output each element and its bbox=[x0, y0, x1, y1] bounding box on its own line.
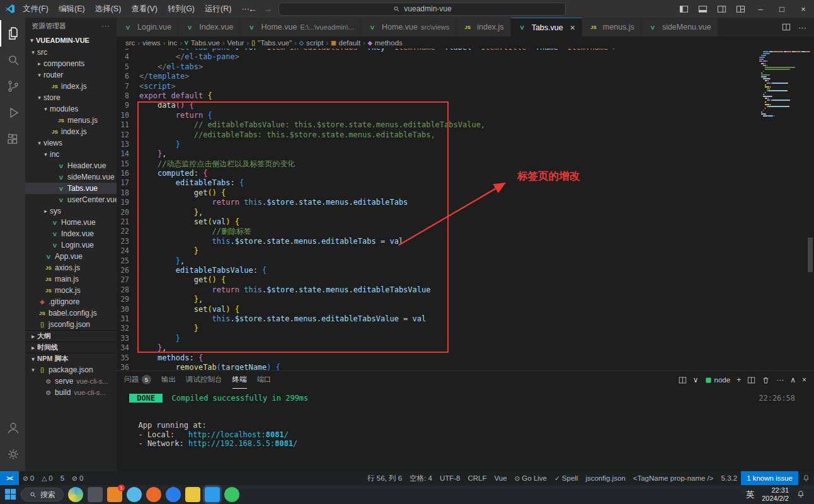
search-icon[interactable] bbox=[0, 47, 25, 73]
tree-item-userCenter.vue[interactable]: VuserCenter.vue bbox=[25, 194, 117, 205]
taskbar-app-app-badge-icon[interactable]: 1 bbox=[107, 487, 122, 502]
breadcrumb-item-methods[interactable]: methods bbox=[375, 39, 403, 47]
maximize-panel-icon[interactable]: ∧ bbox=[790, 375, 796, 384]
tab-Login.vue[interactable]: VLogin.vue bbox=[117, 18, 178, 37]
breadcrumb-item-script[interactable]: script bbox=[306, 39, 323, 47]
tree-item-build[interactable]: ⚙buildvue-cli-s... bbox=[25, 387, 117, 398]
tab-Tabs.vue[interactable]: VTabs.vue× bbox=[511, 18, 582, 37]
menu-文件(F)[interactable]: 文件(F) bbox=[18, 4, 54, 14]
toggle-sidebar-icon[interactable] bbox=[674, 0, 693, 18]
tab-Index.vue[interactable]: VIndex.vue bbox=[178, 18, 240, 37]
breadcrumb-item-views[interactable]: views bbox=[142, 39, 161, 47]
status-spell[interactable]: ✓Spell bbox=[551, 471, 582, 485]
breadcrumb-item-inc[interactable]: inc bbox=[168, 39, 177, 47]
close-panel-icon[interactable]: × bbox=[802, 375, 806, 384]
tree-item-views[interactable]: ▾views bbox=[25, 137, 117, 149]
tab-index.js[interactable]: JSindex.js bbox=[456, 18, 510, 37]
tree-item-main.js[interactable]: JSmain.js bbox=[25, 273, 117, 285]
tree-item-.gitignore[interactable]: ◆.gitignore bbox=[25, 296, 117, 307]
panel-tab-problems[interactable]: 问题5 bbox=[124, 371, 151, 389]
tree-item-App.vue[interactable]: VApp.vue bbox=[25, 251, 117, 262]
status-cursor-position[interactable]: 行 56, 列 6 bbox=[364, 471, 406, 485]
editor-more-actions[interactable]: ··· bbox=[798, 23, 806, 32]
status-go-live[interactable]: ⊙Go Live bbox=[511, 471, 551, 485]
taskbar-app-file-explorer-icon[interactable] bbox=[185, 487, 200, 502]
tree-item-sideMenu.vue[interactable]: VsideMenu.vue bbox=[25, 171, 117, 183]
status-template-interpolation[interactable]: <TagName prop-name /> bbox=[629, 471, 718, 485]
vertical-scrollbar[interactable] bbox=[806, 49, 814, 370]
status-eol[interactable]: CRLF bbox=[464, 471, 490, 485]
tree-item-Tabs.vue[interactable]: VTabs.vue bbox=[25, 183, 117, 194]
tree-item-sys[interactable]: ▸sys bbox=[25, 205, 117, 217]
tree-item-axios.js[interactable]: JSaxios.js bbox=[25, 262, 117, 273]
kill-terminal-icon[interactable] bbox=[762, 376, 770, 384]
explorer-icon[interactable] bbox=[0, 20, 25, 47]
status-errors[interactable]: ⊘0 bbox=[19, 471, 38, 485]
terminal-content[interactable]: DONE Compiled successfully in 299ms App … bbox=[117, 389, 814, 471]
tree-item-serve[interactable]: ⚙servevue-cli-s... bbox=[25, 375, 117, 387]
terminal-shell-node[interactable]: node bbox=[705, 376, 731, 384]
status-warnings[interactable]: △0 bbox=[38, 471, 56, 485]
status-encoding[interactable]: UTF-8 bbox=[436, 471, 464, 485]
tab-Home.vue[interactable]: VHome.vuesrc\views bbox=[361, 18, 456, 37]
scrollbar-thumb[interactable] bbox=[808, 238, 813, 272]
status-extra-count[interactable]: 5 bbox=[57, 471, 68, 485]
menu-运行(R)[interactable]: 运行(R) bbox=[200, 4, 236, 14]
status-jsconfig[interactable]: jsconfig.json bbox=[582, 471, 629, 485]
tree-item-router[interactable]: ▾router bbox=[25, 69, 117, 81]
panel-tab-debug-console[interactable]: 调试控制台 bbox=[186, 371, 222, 389]
settings-gear-icon[interactable] bbox=[0, 441, 25, 467]
tree-item-src[interactable]: ▾src bbox=[25, 47, 117, 58]
split-terminal-icon[interactable] bbox=[747, 376, 755, 384]
breadcrumb-item-Vetur[interactable]: Vetur bbox=[227, 39, 244, 47]
breadcrumb-item-"Tabs.vue"[interactable]: "Tabs.vue" bbox=[258, 39, 292, 47]
known-issue-badge[interactable]: 1 known issue bbox=[741, 471, 798, 485]
tree-item-jsconfig.json[interactable]: {}jsconfig.json bbox=[25, 319, 117, 330]
menu-转到(G)[interactable]: 转到(G) bbox=[163, 4, 200, 14]
run-debug-icon[interactable] bbox=[0, 100, 25, 126]
project-root-folder[interactable]: ▾ VUEADMIN-VUE bbox=[25, 34, 117, 47]
tree-item-inc[interactable]: ▾inc bbox=[25, 149, 117, 160]
tree-item-Index.vue[interactable]: VIndex.vue bbox=[25, 228, 117, 239]
tree-item-NPM 脚本[interactable]: ▾NPM 脚本 bbox=[25, 353, 117, 364]
taskbar-app-firefox-icon[interactable] bbox=[146, 487, 161, 502]
panel-more-actions[interactable]: ··· bbox=[776, 375, 784, 384]
tree-item-modules[interactable]: ▾modules bbox=[25, 103, 117, 115]
tree-item-时间线[interactable]: ▸时间线 bbox=[25, 341, 117, 353]
notifications-bell-icon[interactable] bbox=[798, 471, 814, 485]
panel-tab-ports[interactable]: 端口 bbox=[257, 371, 272, 389]
tab-sideMenu.vue[interactable]: VsideMenu.vue bbox=[641, 18, 718, 37]
new-terminal-icon[interactable]: + bbox=[737, 375, 741, 384]
tree-item-Login.vue[interactable]: VLogin.vue bbox=[25, 239, 117, 251]
tree-item-mock.js[interactable]: JSmock.js bbox=[25, 285, 117, 296]
tree-item-index.js[interactable]: JSindex.js bbox=[25, 81, 117, 92]
panel-tab-output[interactable]: 输出 bbox=[161, 371, 176, 389]
status-indentation[interactable]: 空格: 4 bbox=[406, 471, 436, 485]
customize-layout-icon[interactable] bbox=[731, 0, 750, 18]
panel-tab-terminal[interactable]: 终端 bbox=[232, 371, 247, 389]
breadcrumb-item-src[interactable]: src bbox=[125, 39, 135, 47]
status-language-mode[interactable]: Vue bbox=[491, 471, 511, 485]
tree-item-package.json[interactable]: ▾{}package.json bbox=[25, 364, 117, 375]
breadcrumb-item-Tabs.vue[interactable]: Tabs.vue bbox=[191, 39, 220, 47]
split-editor-icon[interactable] bbox=[782, 23, 791, 32]
forward-icon[interactable]: → bbox=[263, 4, 272, 14]
maximize-button[interactable]: □ bbox=[771, 0, 793, 18]
taskbar-app-notepad-icon[interactable] bbox=[88, 487, 103, 502]
tab-menus.js[interactable]: JSmenus.js bbox=[582, 18, 641, 37]
close-tab-icon[interactable]: × bbox=[570, 23, 575, 33]
menu-选择(S)[interactable]: 选择(S) bbox=[90, 4, 127, 14]
remote-indicator[interactable]: >< bbox=[0, 471, 19, 485]
tree-item-store[interactable]: ▾store bbox=[25, 92, 117, 103]
back-icon[interactable]: ← bbox=[248, 4, 257, 14]
tree-item-Home.vue[interactable]: VHome.vue bbox=[25, 217, 117, 228]
tab-Home.vue[interactable]: VHome.vueE:\...\vueadmin\... bbox=[240, 18, 361, 37]
tree-item-Header.vue[interactable]: VHeader.vue bbox=[25, 160, 117, 171]
panel-layout-icon[interactable] bbox=[679, 376, 687, 384]
chevron-down-icon[interactable]: ∨ bbox=[693, 375, 699, 384]
toggle-panel-icon[interactable] bbox=[693, 0, 712, 18]
status-version[interactable]: 5.3.2 bbox=[718, 471, 742, 485]
menu-查看(V)[interactable]: 查看(V) bbox=[126, 4, 163, 14]
command-center-search[interactable]: vueadmin-vue bbox=[278, 3, 566, 16]
tree-item-index.js[interactable]: JSindex.js bbox=[25, 126, 117, 137]
